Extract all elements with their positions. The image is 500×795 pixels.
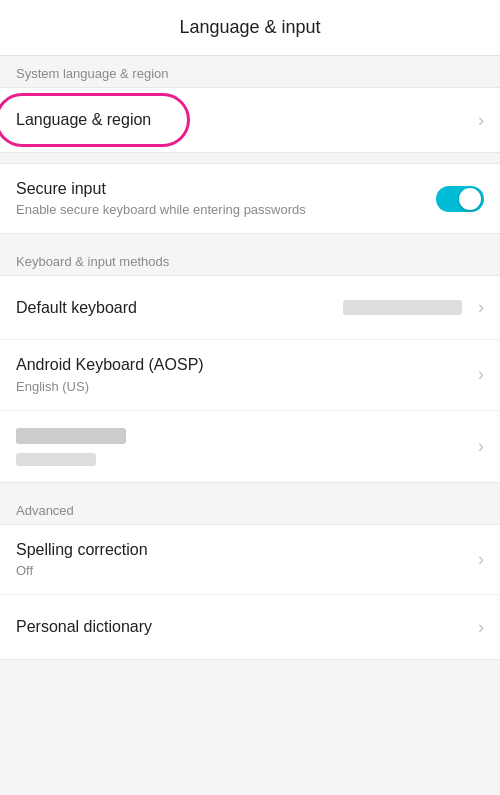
secure-input-title: Secure input [16, 178, 436, 200]
android-keyboard-title: Android Keyboard (AOSP) [16, 354, 470, 376]
android-keyboard-subtitle: English (US) [16, 379, 470, 396]
chevron-icon: › [478, 364, 484, 385]
toggle-knob [459, 188, 481, 210]
secure-input-toggle[interactable] [436, 186, 484, 212]
spelling-correction-title: Spelling correction [16, 539, 470, 561]
chevron-icon: › [478, 436, 484, 457]
personal-dictionary-title: Personal dictionary [16, 616, 470, 638]
spelling-correction-item[interactable]: Spelling correction Off › [0, 525, 500, 595]
chevron-icon: › [478, 617, 484, 638]
section-system-language: System language & region Language & regi… [0, 56, 500, 153]
blurred-subtitle [16, 451, 470, 468]
header: Language & input [0, 0, 500, 56]
default-keyboard-value: Chinese Pinyin Input [343, 300, 462, 315]
chevron-icon: › [478, 110, 484, 131]
section-keyboard: Keyboard & input methods Default keyboar… [0, 244, 500, 483]
default-keyboard-title: Default keyboard [16, 297, 343, 319]
android-keyboard-item[interactable]: Android Keyboard (AOSP) English (US) › [0, 340, 500, 410]
blurred-item[interactable]: › [0, 411, 500, 482]
blurred-title [16, 425, 470, 447]
spelling-correction-subtitle: Off [16, 563, 470, 580]
section-advanced: Advanced Spelling correction Off › Perso… [0, 493, 500, 660]
personal-dictionary-item[interactable]: Personal dictionary › [0, 595, 500, 659]
language-region-title: Language & region [16, 109, 470, 131]
section-label-system: System language & region [0, 56, 500, 87]
secure-input-item[interactable]: Secure input Enable secure keyboard whil… [0, 164, 500, 233]
secure-input-subtitle: Enable secure keyboard while entering pa… [16, 202, 436, 219]
language-region-item[interactable]: Language & region › [0, 88, 500, 152]
section-label-keyboard: Keyboard & input methods [0, 244, 500, 275]
chevron-icon: › [478, 297, 484, 318]
default-keyboard-item[interactable]: Default keyboard Chinese Pinyin Input › [0, 276, 500, 340]
section-label-advanced: Advanced [0, 493, 500, 524]
section-secure: Secure input Enable secure keyboard whil… [0, 163, 500, 234]
chevron-icon: › [478, 549, 484, 570]
header-title: Language & input [179, 17, 320, 38]
